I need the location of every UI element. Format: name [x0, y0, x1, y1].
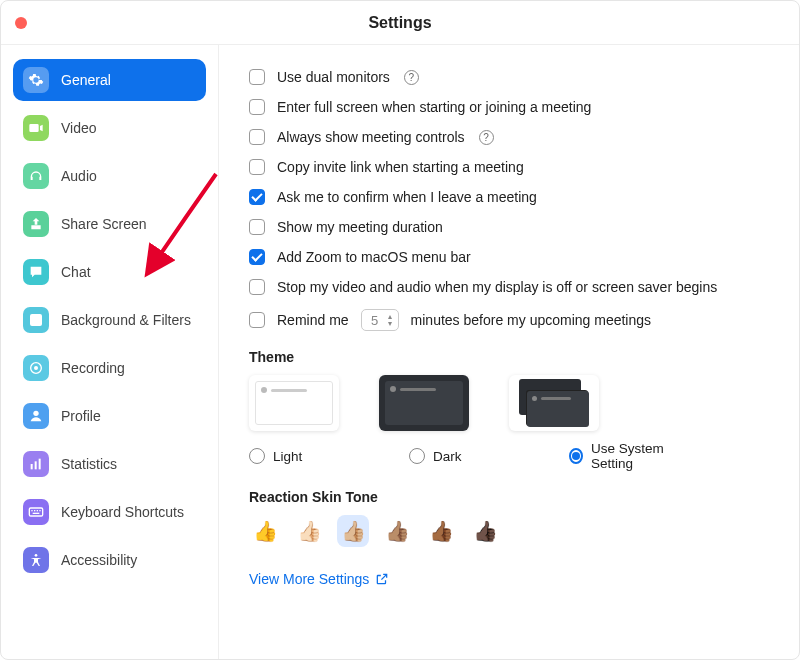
svg-point-4 — [33, 411, 38, 416]
sidebar: General Video Audio Share Screen Chat Ba… — [1, 45, 219, 659]
theme-option-label: Dark — [433, 449, 462, 464]
radio-button[interactable] — [249, 448, 265, 464]
sidebar-item-label: Video — [61, 120, 97, 136]
svg-rect-13 — [33, 513, 40, 514]
option-row: Ask me to confirm when I leave a meeting — [249, 189, 769, 205]
sidebar-item-label: Audio — [61, 168, 97, 184]
option-checkbox[interactable] — [249, 69, 265, 85]
sidebar-item-accessibility[interactable]: Accessibility — [13, 539, 206, 581]
option-checkbox[interactable] — [249, 279, 265, 295]
theme-preview-system[interactable] — [509, 375, 599, 431]
help-icon[interactable]: ? — [479, 130, 494, 145]
option-row: Always show meeting controls ? — [249, 129, 769, 145]
sidebar-item-statistics[interactable]: Statistics — [13, 443, 206, 485]
skin-tone-heading: Reaction Skin Tone — [249, 489, 769, 505]
option-remind-me: Remind me 5 ▴▾ minutes before my upcomin… — [249, 309, 769, 331]
option-checkbox[interactable] — [249, 129, 265, 145]
remind-minutes-stepper[interactable]: 5 ▴▾ — [361, 309, 399, 331]
option-label: Ask me to confirm when I leave a meeting — [277, 189, 537, 205]
keyboard-icon — [23, 499, 49, 525]
svg-rect-7 — [39, 459, 41, 470]
sidebar-item-label: Recording — [61, 360, 125, 376]
option-label: Use dual monitors — [277, 69, 390, 85]
sidebar-item-label: Chat — [61, 264, 91, 280]
option-label: Always show meeting controls — [277, 129, 465, 145]
radio-button[interactable] — [409, 448, 425, 464]
sidebar-item-general[interactable]: General — [13, 59, 206, 101]
external-link-icon — [375, 572, 389, 586]
theme-option-label: Use System Setting — [591, 441, 689, 471]
theme-heading: Theme — [249, 349, 769, 365]
view-more-settings-link[interactable]: View More Settings — [249, 571, 389, 587]
skin-tone-option[interactable]: 👍🏼 — [337, 515, 369, 547]
remind-checkbox[interactable] — [249, 312, 265, 328]
sidebar-item-share-screen[interactable]: Share Screen — [13, 203, 206, 245]
sidebar-item-audio[interactable]: Audio — [13, 155, 206, 197]
option-checkbox[interactable] — [249, 249, 265, 265]
option-label: Add Zoom to macOS menu bar — [277, 249, 471, 265]
remind-prefix: Remind me — [277, 312, 349, 328]
skin-tone-option[interactable]: 👍🏽 — [381, 515, 413, 547]
sidebar-item-video[interactable]: Video — [13, 107, 206, 149]
gear-icon — [23, 67, 49, 93]
sidebar-item-label: General — [61, 72, 111, 88]
chat-icon — [23, 259, 49, 285]
option-checkbox[interactable] — [249, 219, 265, 235]
option-row: Use dual monitors ? — [249, 69, 769, 85]
option-checkbox[interactable] — [249, 159, 265, 175]
window-title: Settings — [1, 14, 799, 32]
svg-point-14 — [35, 554, 38, 557]
theme-option-label: Light — [273, 449, 302, 464]
skin-tone-option[interactable]: 👍🏻 — [293, 515, 325, 547]
theme-option-dark[interactable]: Dark — [409, 441, 529, 471]
person-box-icon — [23, 307, 49, 333]
svg-rect-11 — [37, 510, 38, 511]
svg-rect-5 — [31, 464, 33, 469]
stats-icon — [23, 451, 49, 477]
remind-suffix: minutes before my upcoming meetings — [411, 312, 651, 328]
svg-rect-8 — [29, 508, 42, 516]
theme-option-use-system-setting[interactable]: Use System Setting — [569, 441, 689, 471]
sidebar-item-chat[interactable]: Chat — [13, 251, 206, 293]
help-icon[interactable]: ? — [404, 70, 419, 85]
option-row: Enter full screen when starting or joini… — [249, 99, 769, 115]
skin-tone-option[interactable]: 👍🏿 — [469, 515, 501, 547]
option-checkbox[interactable] — [249, 189, 265, 205]
option-row: Stop my video and audio when my display … — [249, 279, 769, 295]
option-checkbox[interactable] — [249, 99, 265, 115]
record-icon — [23, 355, 49, 381]
svg-rect-9 — [31, 510, 32, 511]
titlebar: Settings — [1, 1, 799, 45]
skin-tone-option[interactable]: 👍 — [249, 515, 281, 547]
option-label: Stop my video and audio when my display … — [277, 279, 717, 295]
headphones-icon — [23, 163, 49, 189]
sidebar-item-label: Background & Filters — [61, 312, 191, 328]
svg-rect-6 — [35, 461, 37, 469]
svg-rect-12 — [39, 510, 40, 511]
sidebar-item-background-filters[interactable]: Background & Filters — [13, 299, 206, 341]
profile-icon — [23, 403, 49, 429]
svg-point-1 — [34, 317, 38, 321]
sidebar-item-label: Statistics — [61, 456, 117, 472]
sidebar-item-recording[interactable]: Recording — [13, 347, 206, 389]
video-icon — [23, 115, 49, 141]
option-label: Enter full screen when starting or joini… — [277, 99, 591, 115]
sidebar-item-profile[interactable]: Profile — [13, 395, 206, 437]
sidebar-item-label: Share Screen — [61, 216, 147, 232]
sidebar-item-keyboard-shortcuts[interactable]: Keyboard Shortcuts — [13, 491, 206, 533]
option-row: Show my meeting duration — [249, 219, 769, 235]
theme-preview-dark[interactable] — [379, 375, 469, 431]
close-window-button[interactable] — [15, 17, 27, 29]
sidebar-item-label: Accessibility — [61, 552, 137, 568]
sidebar-item-label: Profile — [61, 408, 101, 424]
option-row: Add Zoom to macOS menu bar — [249, 249, 769, 265]
remind-minutes-value: 5 — [368, 313, 382, 328]
radio-button[interactable] — [569, 448, 583, 464]
option-label: Show my meeting duration — [277, 219, 443, 235]
theme-option-light[interactable]: Light — [249, 441, 369, 471]
skin-tone-option[interactable]: 👍🏾 — [425, 515, 457, 547]
theme-preview-light[interactable] — [249, 375, 339, 431]
svg-rect-10 — [34, 510, 35, 511]
settings-panel: Use dual monitors ? Enter full screen wh… — [219, 45, 799, 659]
svg-point-3 — [34, 366, 38, 370]
